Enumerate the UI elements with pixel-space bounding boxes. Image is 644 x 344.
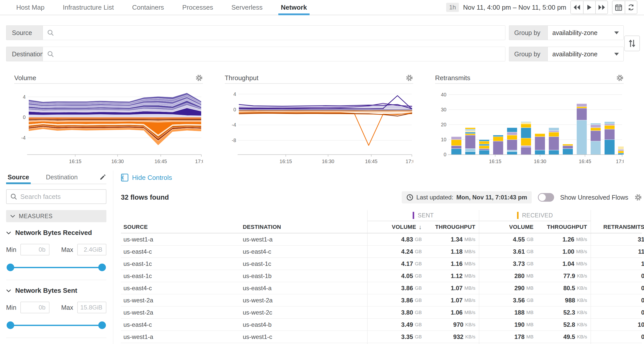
min-input[interactable]: 0b [20, 302, 50, 313]
charts-row: Volume 40-416:1516:3016:4517:00 Throughp… [14, 73, 624, 167]
received-volume-value: 280MB [479, 270, 541, 282]
flow-source: us-east-1c [121, 270, 243, 282]
max-label: Max [61, 304, 73, 311]
time-step-buttons [570, 1, 608, 14]
sent-throughput-value: 1.12MB/s [429, 270, 479, 282]
svg-text:17:00: 17:00 [406, 159, 413, 164]
col-received-throughput[interactable]: THROUGHPUT [541, 221, 591, 233]
received-throughput-value: 52.8KB/s [541, 319, 591, 331]
search-icon [47, 29, 54, 36]
table-row[interactable]: us-west1-a us-west1-a 4.83GB 1.34MB/s 4.… [121, 233, 642, 246]
chart-settings-gear-icon[interactable] [616, 74, 624, 82]
edit-facets-pencil-icon[interactable] [99, 174, 106, 181]
retransmits-chart[interactable]: 01020304016:1516:3016:4517:00 [435, 84, 624, 167]
source-filter-row: Source Group by availability-zone [6, 25, 624, 40]
svg-text:10: 10 [441, 137, 447, 142]
volume-chart[interactable]: 40-416:1516:3016:4517:00 [14, 84, 203, 167]
destination-group-by-select[interactable]: availability-zone [548, 47, 624, 61]
show-unresolved-flows-toggle[interactable] [538, 193, 554, 202]
svg-text:0: 0 [233, 107, 236, 112]
flow-table-area: Hide Controls 32 flows found Last update… [113, 170, 644, 344]
destination-group-by-value: availability-zone [552, 50, 598, 58]
max-input[interactable]: 15.8GiB [77, 302, 106, 313]
nav-tab-serverless[interactable]: Serverless [222, 0, 272, 15]
col-retransmits[interactable]: RETRANSMITS [591, 221, 644, 233]
nav-tab-infrastructure-list[interactable]: Infrastructure List [54, 0, 123, 15]
facet-group-header[interactable]: Network Bytes Received [6, 229, 106, 237]
received-volume-value: 178MB [479, 331, 541, 343]
source-filter-label: Source [6, 25, 43, 40]
slider-min-handle[interactable] [7, 264, 14, 271]
table-row[interactable]: us-east-1c us-east-1b 4.05GB 1.12MB/s 28… [121, 270, 642, 282]
nav-tab-processes[interactable]: Processes [173, 0, 222, 15]
table-row[interactable]: us-west-2a us-west-2a 3.86GB 1.07MB/s 3.… [121, 294, 642, 306]
destination-search-input[interactable] [43, 47, 505, 61]
last-updated-value: Mon, Nov 11, 7:01:43 pm [456, 194, 527, 201]
table-row[interactable]: us-west-2a us-west-2b 3.21GB 892KB/s 165… [121, 343, 642, 344]
col-source[interactable]: SOURCE [121, 221, 243, 233]
table-row[interactable]: us-west-2a us-west-2c 3.80GB 1.06MB/s 18… [121, 306, 642, 319]
time-play-button[interactable] [583, 1, 595, 14]
calendar-button[interactable] [613, 1, 625, 14]
chart-settings-gear-icon[interactable] [406, 74, 413, 82]
min-input[interactable]: 0b [20, 244, 50, 255]
col-sent-throughput[interactable]: THROUGHPUT [429, 221, 479, 233]
top-nav: Host MapInfrastructure ListContainersPro… [0, 0, 644, 15]
slider-track[interactable] [10, 267, 103, 268]
flow-destination: us-west-2b [243, 343, 367, 344]
sent-throughput-value: 892KB/s [429, 343, 479, 344]
slider-max-handle[interactable] [98, 321, 106, 329]
table-row[interactable]: us-east4-c us-east4-b 3.49GB 970KB/s 190… [121, 319, 642, 331]
sent-throughput-value: 932KB/s [429, 331, 479, 343]
received-throughput-value: 45.8KB/s [541, 343, 591, 344]
slider-track[interactable] [10, 325, 103, 326]
retransmits-value: 31 [591, 233, 644, 245]
time-back-button[interactable] [571, 1, 583, 14]
table-row[interactable]: us-west1-a us-west1-c 3.35GB 932KB/s 178… [121, 331, 642, 343]
sort-descending-icon: ↓ [419, 223, 422, 231]
source-group-by-select[interactable]: availability-zone [548, 25, 624, 40]
table-row[interactable]: us-east4-c us-east4-c 4.24GB 1.18MB/s 3.… [121, 246, 642, 258]
facet-search-input[interactable]: Search facets [6, 189, 106, 204]
svg-text:16:15: 16:15 [69, 159, 82, 164]
flow-source: us-east-1c [121, 258, 243, 270]
sent-volume-value: 3.21GB [367, 343, 429, 344]
table-settings-gear-icon[interactable] [634, 194, 642, 201]
retransmits-value: 0 [591, 282, 644, 294]
nav-tab-containers[interactable]: Containers [123, 0, 173, 15]
calendar-icon [615, 4, 622, 11]
time-forward-button[interactable] [595, 1, 607, 14]
throughput-chart[interactable]: 40-4-816:1516:3016:4517:00 [225, 84, 413, 167]
table-row[interactable]: us-east4-c us-east4-a 3.86GB 1.07MB/s 29… [121, 282, 642, 294]
chart-header: Throughput [225, 73, 413, 84]
facet-tab-destination[interactable]: Destination [44, 170, 79, 184]
col-destination[interactable]: DESTINATION [243, 221, 367, 233]
table-row[interactable]: us-east-1c us-east-1c 4.17GB 1.16MB/s 3.… [121, 258, 642, 270]
received-volume-value: 190MB [479, 319, 541, 331]
chart-title: Throughput [225, 74, 259, 82]
facet-search-placeholder: Search facets [20, 193, 61, 201]
flow-source: us-west1-a [121, 331, 243, 343]
time-range-text[interactable]: Nov 11, 4:00 pm – Nov 11, 5:00 pm [463, 4, 566, 11]
facet-groups: Network Bytes Received Min 0b Max 2.4GiB… [6, 222, 106, 344]
measures-section-header[interactable]: MEASURES [6, 210, 106, 222]
slider-max-handle[interactable] [98, 264, 106, 271]
svg-text:-4: -4 [21, 135, 26, 141]
slider-min-handle[interactable] [7, 321, 14, 329]
col-sent-volume[interactable]: VOLUME↓ [367, 221, 429, 233]
col-received-volume[interactable]: VOLUME [479, 221, 541, 233]
hide-controls-link[interactable]: Hide Controls [121, 174, 172, 182]
max-input[interactable]: 2.4GiB [77, 244, 106, 255]
received-volume-value: 290MB [479, 282, 541, 294]
refresh-button[interactable] [625, 1, 637, 14]
svg-text:16:30: 16:30 [111, 159, 124, 164]
nav-tab-host-map[interactable]: Host Map [7, 0, 54, 15]
source-search-input[interactable] [43, 25, 505, 40]
facet-tab-source[interactable]: Source [6, 170, 31, 184]
facet-group-header[interactable]: Network Bytes Sent [6, 287, 106, 295]
nav-tab-network[interactable]: Network [272, 0, 316, 15]
received-throughput-value: 49.5KB/s [541, 331, 591, 343]
swap-source-destination-button[interactable] [624, 36, 640, 51]
svg-text:17:00: 17:00 [195, 159, 203, 164]
chart-settings-gear-icon[interactable] [195, 74, 203, 82]
